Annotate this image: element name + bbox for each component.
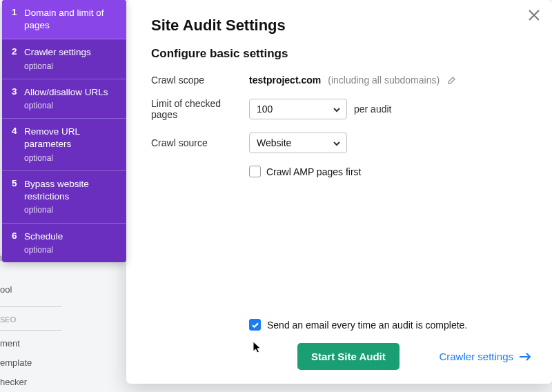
sidebar-item-optional: optional	[24, 61, 118, 72]
row-limit-pages: Limit of checked pages 100 per audit	[151, 98, 531, 120]
crawl-scope-label: Crawl scope	[151, 75, 249, 86]
limit-pages-after: per audit	[354, 104, 391, 115]
sidebar-item-label: Allow/disallow URLs	[24, 87, 108, 97]
sidebar-item-schedule[interactable]: 6 Scheduleoptional	[2, 224, 126, 262]
sidebar-item-label: Domain and limit of pages	[24, 8, 104, 30]
sidebar-item-optional: optional	[24, 244, 118, 255]
page-subtitle: Configure basic settings	[151, 47, 531, 61]
row-crawl-scope: Crawl scope testproject.com (including a…	[151, 75, 531, 86]
limit-pages-value: 100	[257, 104, 273, 115]
row-amp-pages: Crawl AMP pages first	[249, 166, 531, 177]
sidebar-item-label: Remove URL parameters	[24, 126, 80, 149]
chevron-down-icon	[333, 139, 341, 147]
sidebar-item-label: Bypass website restrictions	[24, 179, 89, 202]
crawl-source-label: Crawl source	[151, 137, 249, 148]
sidebar-item-optional: optional	[24, 153, 118, 164]
sidebar-item-label: Crawler settings	[24, 47, 91, 57]
crawl-source-value: Website	[257, 137, 291, 148]
sidebar-item-allow-disallow[interactable]: 3 Allow/disallow URLsoptional	[2, 79, 126, 119]
amp-label: Crawl AMP pages first	[266, 166, 361, 177]
crawler-settings-link[interactable]: Crawler settings	[439, 351, 531, 362]
amp-checkbox[interactable]	[249, 166, 261, 177]
sidebar-item-optional: optional	[24, 100, 118, 111]
crawl-scope-domain: testproject.com	[249, 75, 321, 86]
crawl-source-select[interactable]: Website	[249, 133, 347, 153]
sidebar-item-crawler-settings[interactable]: 2 Crawler settingsoptional	[2, 39, 126, 79]
next-link-label: Crawler settings	[439, 351, 513, 362]
limit-pages-select[interactable]: 100	[249, 99, 347, 119]
chevron-down-icon	[333, 105, 341, 113]
sidebar-item-label: Schedule	[24, 231, 63, 242]
row-email-notify: Send an email every time an audit is com…	[249, 319, 531, 331]
start-site-audit-button[interactable]: Start Site Audit	[297, 343, 400, 370]
limit-pages-label: Limit of checked pages	[151, 98, 249, 120]
settings-modal: Site Audit Settings Configure basic sett…	[126, 0, 552, 384]
pencil-icon[interactable]	[446, 75, 457, 86]
sidebar-item-bypass-restrictions[interactable]: 5 Bypass website restrictionsoptional	[2, 171, 126, 224]
row-crawl-source: Crawl source Website	[151, 133, 531, 153]
email-checkbox[interactable]	[249, 319, 261, 331]
sidebar-item-remove-url-params[interactable]: 4 Remove URL parametersoptional	[2, 119, 126, 171]
crawl-scope-note: (including all subdomains)	[328, 75, 440, 86]
modal-content: Site Audit Settings Configure basic sett…	[151, 17, 531, 177]
modal-footer: Send an email every time an audit is com…	[151, 319, 531, 370]
email-label: Send an email every time an audit is com…	[267, 320, 467, 331]
sidebar-item-optional: optional	[24, 204, 118, 215]
page-title: Site Audit Settings	[151, 17, 531, 35]
wizard-sidebar: 1 Domain and limit of pages 2 Crawler se…	[2, 0, 126, 262]
sidebar-item-domain-limit[interactable]: 1 Domain and limit of pages	[2, 0, 126, 39]
